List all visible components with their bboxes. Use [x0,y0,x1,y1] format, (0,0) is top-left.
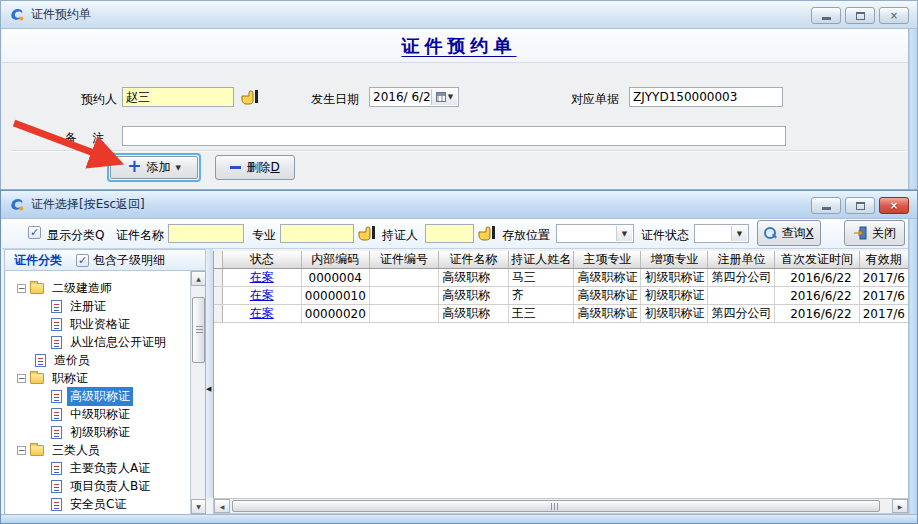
row-indicator [214,269,222,287]
selection-titlebar: 证件选择[按Esc返回] × [1,191,917,219]
column-header-证件名称[interactable]: 证件名称 [439,251,509,269]
grid-cell: 高级职称证 [574,269,641,287]
close-button[interactable]: × [879,197,909,214]
folder-icon [30,445,44,456]
tree-item-造价员[interactable]: 造价员 [5,351,205,369]
window-border [1,514,917,523]
folder-icon [30,373,44,384]
tree-item-二级建造师[interactable]: −二级建造师 [5,279,205,297]
expander-minus-icon[interactable]: − [17,374,26,383]
document-icon [51,390,62,403]
add-button[interactable]: + 添加 ▼ [110,156,198,179]
tree-item-项目负责人B证[interactable]: 项目负责人B证 [5,477,205,495]
show-category-label: 显示分类Q [47,227,104,244]
doc-number-input[interactable]: ZJYYD150000003 [629,87,783,107]
document-icon [51,318,62,331]
tree-item-职业资格证[interactable]: 职业资格证 [5,315,205,333]
scroll-down-button[interactable]: ▼ [191,499,206,514]
reservation-titlebar: 证件预约单 × [1,1,917,29]
close-button[interactable]: × [879,7,909,24]
minimize-button[interactable] [811,197,841,214]
tree-scrollbar[interactable]: ▲ ▼ [190,271,205,514]
scrollbar-thumb[interactable] [232,500,880,512]
close-window-button[interactable]: 关闭 [844,220,905,246]
tree-item-安全员C证[interactable]: 安全员C证 [5,495,205,513]
major-input[interactable] [280,224,354,243]
table-row[interactable]: 在案0000004高级职称马三高级职称证初级职称证第四分公司2016/6/222… [214,269,909,287]
collapse-panel-icon[interactable]: ◀ [206,385,211,393]
holder-input[interactable] [425,224,474,243]
grid-cell: 齐 [508,287,574,305]
grid-cell: 第四分公司 [708,269,775,287]
minimize-button[interactable] [811,7,841,24]
cert-name-label: 证件名称 [116,227,164,244]
date-picker[interactable]: 2016/ 6/25 ▼ [369,87,459,107]
close-icon: × [890,11,898,21]
tree-item-职称证[interactable]: −职称证 [5,369,205,387]
tree-item-从业信息公开证明[interactable]: 从业信息公开证明 [5,333,205,351]
picker-hand-icon[interactable] [478,224,498,242]
column-header-状态[interactable]: 状态 [222,251,301,269]
location-select[interactable]: ▼ [556,224,634,243]
table-row[interactable]: 在案00000020高级职称王三高级职称证初级职称证第四分公司2016/6/22… [214,305,909,323]
reservist-input[interactable]: 赵三 [122,87,234,107]
column-header-首次发证时间[interactable]: 首次发证时间 [775,251,859,269]
tree-item-主要负责人A证[interactable]: 主要负责人A证 [5,459,205,477]
tree-item-label: 主要负责人A证 [67,459,153,478]
status-link[interactable]: 在案 [250,270,274,284]
date-dropdown-button[interactable]: ▼ [431,89,457,105]
expander-minus-icon[interactable]: − [17,446,26,455]
grid-cell: 高级职称证 [574,305,641,323]
doc-label: 对应单据 [571,91,619,108]
status-link[interactable]: 在案 [250,288,274,302]
tree-item-高级职称证[interactable]: 高级职称证 [5,387,205,405]
maximize-button[interactable] [845,7,875,24]
delete-button[interactable]: 删除D [215,155,295,180]
table-row[interactable]: 在案00000010高级职称齐高级职称证初级职称证2016/6/222017/6 [214,287,909,305]
minus-icon [230,166,241,169]
grid-cell: 高级职称 [439,287,509,305]
reservist-label: 预约人 [53,91,117,108]
column-header-增项专业[interactable]: 增项专业 [641,251,708,269]
scroll-left-button[interactable]: ◀ [214,499,230,513]
window-border [908,219,917,523]
date-label: 发生日期 [311,91,359,108]
add-button-label: 添加 [146,159,170,176]
tree-item-label: 安全员C证 [67,495,129,514]
scroll-right-button[interactable]: ▶ [892,499,908,513]
picker-hand-icon[interactable] [241,88,261,106]
status-link[interactable]: 在案 [250,306,274,320]
expander-minus-icon[interactable]: − [17,284,26,293]
window-title: 证件选择[按Esc返回] [31,196,145,213]
column-header-主项专业[interactable]: 主项专业 [574,251,641,269]
scrollbar-thumb[interactable] [192,297,205,363]
column-header-内部编码[interactable]: 内部编码 [301,251,369,269]
status-select[interactable]: ▼ [694,224,749,243]
show-category-checkbox[interactable]: ✓ [28,226,41,239]
grid-cell: 王三 [508,305,574,323]
include-children-checkbox[interactable]: ✓ [76,254,89,267]
column-header-持证人姓名[interactable]: 持证人姓名 [508,251,574,269]
maximize-button[interactable] [845,197,875,214]
picker-hand-icon[interactable] [358,224,378,242]
grid-cell: 高级职称 [439,305,509,323]
holder-label: 持证人 [382,227,418,244]
column-header-有效期[interactable]: 有效期 [859,251,908,269]
tree-item-三类人员[interactable]: −三类人员 [5,441,205,459]
remark-input[interactable] [122,126,786,146]
tree-item-注册证[interactable]: 注册证 [5,297,205,315]
tree-item-中级职称证[interactable]: 中级职称证 [5,405,205,423]
column-header-注册单位[interactable]: 注册单位 [708,251,775,269]
scroll-up-button[interactable]: ▲ [191,271,206,286]
query-button[interactable]: 查询X [757,220,821,246]
column-header-证件编号[interactable]: 证件编号 [369,251,438,269]
cert-name-input[interactable] [168,224,244,243]
panel-splitter[interactable]: ◀ [206,249,213,498]
grid-cell: 2016/6/22 [775,269,859,287]
tree-item-label: 职称证 [49,369,91,388]
grid-horizontal-scrollbar[interactable]: ◀ ▶ [213,498,909,514]
grid-cell: 高级职称 [439,269,509,287]
grid-cell: 第四分公司 [708,305,775,323]
tree-item-label: 项目负责人B证 [67,477,153,496]
tree-item-初级职称证[interactable]: 初级职称证 [5,423,205,441]
